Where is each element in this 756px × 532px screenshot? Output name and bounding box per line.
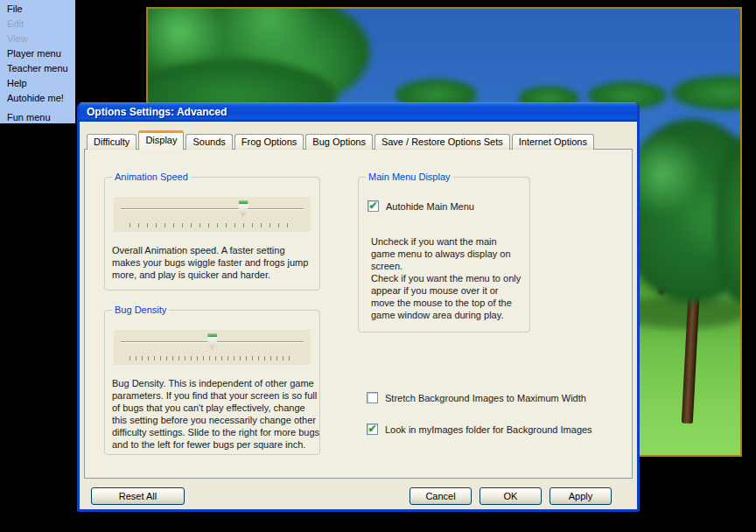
animation-speed-slider-ticks bbox=[130, 223, 295, 228]
bug-density-group: Bug Density Bug Density. This is indepen… bbox=[104, 310, 320, 455]
bug-density-group-caption: Bug Density bbox=[112, 304, 169, 316]
bush bbox=[671, 75, 742, 110]
menu-item-player-menu[interactable]: Player menu bbox=[0, 46, 75, 61]
tab-display[interactable]: Display bbox=[138, 130, 184, 150]
animation-speed-slider-track-area[interactable] bbox=[121, 199, 304, 220]
bug-density-slider[interactable] bbox=[114, 330, 311, 365]
display-tab-page: Animation Speed Overall Animation speed.… bbox=[84, 149, 633, 479]
main-game-menu: File Edit View Player menu Teacher menu … bbox=[0, 0, 75, 123]
cancel-button[interactable]: Cancel bbox=[410, 487, 472, 505]
myimages-folder-checkbox[interactable]: ✔ bbox=[367, 424, 378, 435]
dialog-title: Options Settings: Advanced bbox=[87, 106, 227, 118]
animation-speed-description: Overall Animation speed. A faster settin… bbox=[112, 244, 315, 281]
tab-frog-options[interactable]: Frog Options bbox=[234, 134, 304, 150]
animation-speed-slider[interactable] bbox=[114, 197, 311, 232]
tab-difficulty[interactable]: Difficulty bbox=[87, 134, 136, 150]
menu-item-file[interactable]: File bbox=[0, 2, 75, 17]
dialog-titlebar[interactable]: Options Settings: Advanced bbox=[80, 102, 637, 122]
menu-item-fun-menu[interactable]: Fun menu bbox=[0, 110, 75, 125]
tab-internet-options[interactable]: Internet Options bbox=[512, 134, 594, 150]
bug-density-description: Bug Density. This is independent of othe… bbox=[112, 377, 320, 451]
menu-item-edit: Edit bbox=[0, 17, 75, 32]
tab-save-restore-options-sets[interactable]: Save / Restore Options Sets bbox=[374, 134, 510, 150]
tab-strip: Difficulty Display Sounds Frog Options B… bbox=[87, 130, 596, 150]
main-menu-display-group-caption: Main Menu Display bbox=[366, 172, 453, 183]
menu-item-autohide-me[interactable]: Autohide me! bbox=[0, 91, 75, 106]
myimages-folder-label: Look in myImages folder for Background I… bbox=[385, 424, 592, 435]
myimages-folder-checkbox-row[interactable]: ✔ Look in myImages folder for Background… bbox=[367, 424, 592, 435]
autohide-main-menu-checkbox-row[interactable]: ✔ Autohide Main Menu bbox=[368, 200, 474, 212]
autohide-main-menu-label: Autohide Main Menu bbox=[386, 201, 474, 212]
dialog-body: Difficulty Display Sounds Frog Options B… bbox=[80, 122, 637, 507]
reset-all-button[interactable]: Reset All bbox=[91, 487, 185, 505]
bug-density-slider-track-area[interactable] bbox=[121, 332, 304, 353]
stretch-background-label: Stretch Background Images to Maximum Wid… bbox=[385, 393, 586, 403]
animation-speed-slider-track[interactable] bbox=[121, 208, 304, 210]
bug-density-slider-thumb[interactable] bbox=[207, 333, 217, 350]
autohide-main-menu-checkbox[interactable]: ✔ bbox=[368, 200, 379, 212]
animation-speed-group: Animation Speed Overall Animation speed.… bbox=[104, 177, 320, 290]
menu-item-teacher-menu[interactable]: Teacher menu bbox=[0, 61, 75, 76]
tab-bug-options[interactable]: Bug Options bbox=[305, 134, 373, 150]
animation-speed-group-caption: Animation Speed bbox=[112, 172, 191, 183]
main-menu-display-paragraph-1: Uncheck if you want the main game menu t… bbox=[371, 235, 523, 272]
stretch-background-checkbox-row[interactable]: Stretch Background Images to Maximum Wid… bbox=[367, 392, 586, 403]
main-menu-display-paragraph-2: Check if you want the menu to only appea… bbox=[371, 272, 523, 321]
tab-sounds[interactable]: Sounds bbox=[186, 134, 232, 150]
menu-item-help[interactable]: Help bbox=[0, 76, 75, 91]
options-settings-dialog: Options Settings: Advanced Difficulty Di… bbox=[77, 102, 640, 512]
main-menu-display-group: Main Menu Display ✔ Autohide Main Menu U… bbox=[358, 177, 530, 332]
animation-speed-slider-thumb[interactable] bbox=[239, 200, 248, 217]
menu-item-view: View bbox=[0, 32, 75, 46]
apply-button[interactable]: Apply bbox=[550, 487, 612, 505]
stretch-background-checkbox[interactable] bbox=[367, 392, 378, 403]
ok-button[interactable]: OK bbox=[480, 487, 542, 505]
bug-density-slider-ticks bbox=[130, 356, 295, 360]
